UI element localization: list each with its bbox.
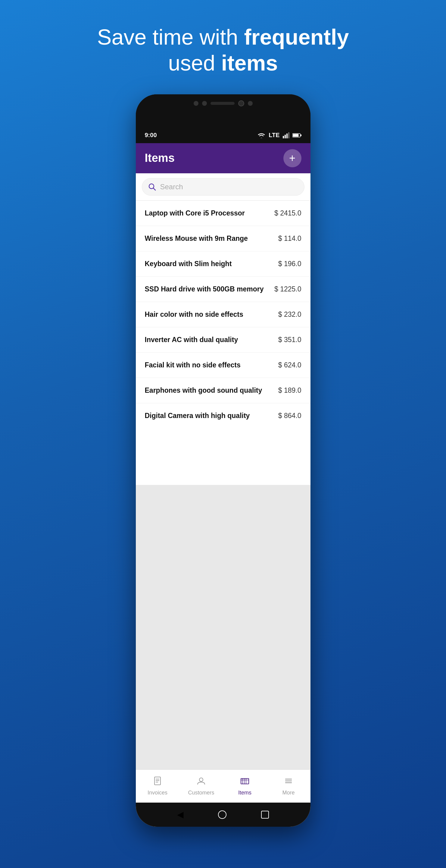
search-icon: [148, 183, 156, 191]
items-nav-label: Items: [238, 789, 251, 796]
item-name: Digital Camera with high quality: [145, 412, 278, 420]
item-price: $ 624.0: [278, 361, 302, 369]
status-bar: 9:00 LTE: [136, 127, 310, 143]
phone-camera-area: [194, 100, 253, 106]
hero-text: Save time with frequently used items: [97, 24, 349, 76]
phone-device: 9:00 LTE: [136, 94, 310, 827]
bottom-navigation: Invoices Customers Items More: [136, 770, 310, 803]
customers-nav-icon: [196, 776, 206, 788]
item-price: $ 864.0: [278, 412, 302, 420]
item-name: Inverter AC with dual quality: [145, 336, 278, 344]
items-list: Laptop with Core i5 Processor $ 2415.0 W…: [136, 201, 310, 485]
add-item-button[interactable]: +: [283, 149, 302, 167]
svg-rect-6: [301, 134, 302, 136]
camera-dot-1: [194, 101, 199, 106]
nav-item-items[interactable]: Items: [223, 770, 267, 803]
list-item[interactable]: Laptop with Core i5 Processor $ 2415.0: [136, 201, 310, 226]
svg-rect-0: [283, 136, 284, 138]
hero-line2-normal: used: [168, 51, 221, 75]
invoices-nav-label: Invoices: [147, 789, 167, 796]
app-title: Items: [145, 152, 175, 164]
selfie-camera: [238, 100, 244, 106]
item-price: $ 1225.0: [274, 285, 302, 293]
svg-line-8: [153, 188, 156, 190]
nav-item-customers[interactable]: Customers: [179, 770, 223, 803]
hero-line1-bold: frequently: [244, 25, 349, 49]
wifi-icon: [257, 132, 266, 138]
list-item[interactable]: Facial kit with no side effects $ 624.0: [136, 352, 310, 378]
search-box[interactable]: Search: [142, 178, 305, 195]
more-nav-label: More: [282, 789, 295, 796]
item-price: $ 189.0: [278, 386, 302, 395]
list-item[interactable]: Keyboard with Slim height $ 196.0: [136, 251, 310, 277]
svg-rect-5: [293, 134, 299, 136]
app-header: Items +: [136, 143, 310, 173]
speaker-grille: [210, 102, 235, 105]
item-price: $ 114.0: [278, 235, 302, 243]
signal-icon: [283, 132, 289, 138]
list-item[interactable]: Earphones with good sound quality $ 189.…: [136, 378, 310, 403]
item-name: Wireless Mouse with 9m Range: [145, 235, 278, 243]
list-item[interactable]: Inverter AC with dual quality $ 351.0: [136, 327, 310, 352]
item-name: Earphones with good sound quality: [145, 386, 278, 395]
svg-rect-1: [284, 135, 286, 138]
gray-spacer: [136, 485, 310, 770]
svg-rect-2: [286, 133, 287, 138]
svg-rect-14: [241, 778, 249, 784]
item-name: Keyboard with Slim height: [145, 260, 278, 268]
list-item[interactable]: Digital Camera with high quality $ 864.0: [136, 403, 310, 428]
item-name: Hair color with no side effects: [145, 310, 278, 318]
invoices-nav-icon: [153, 776, 162, 788]
lte-label: LTE: [269, 132, 279, 138]
customers-nav-label: Customers: [188, 789, 214, 796]
item-price: $ 351.0: [278, 336, 302, 344]
camera-dot-3: [248, 101, 253, 106]
nav-item-invoices[interactable]: Invoices: [136, 770, 179, 803]
search-placeholder: Search: [160, 183, 183, 191]
hero-line1-normal: Save time with: [97, 25, 244, 49]
item-name: Laptop with Core i5 Processor: [145, 209, 274, 217]
phone-screen: 9:00 LTE: [136, 127, 310, 827]
battery-icon: [293, 133, 302, 138]
time-display: 9:00: [145, 132, 157, 138]
item-price: $ 2415.0: [274, 209, 302, 217]
item-name: SSD Hard drive with 500GB memory: [145, 285, 274, 293]
svg-point-13: [199, 778, 203, 781]
android-nav-bar: ◀: [136, 803, 310, 827]
more-nav-icon: [284, 776, 293, 788]
home-button[interactable]: [218, 810, 227, 819]
item-name: Facial kit with no side effects: [145, 361, 278, 369]
item-price: $ 232.0: [278, 310, 302, 318]
camera-dot-2: [202, 101, 207, 106]
status-icons: LTE: [257, 132, 301, 138]
hero-line2-bold: items: [221, 51, 278, 75]
list-item[interactable]: SSD Hard drive with 500GB memory $ 1225.…: [136, 277, 310, 302]
phone-top-notch: [136, 94, 310, 127]
search-container: Search: [136, 173, 310, 201]
items-nav-icon: [240, 776, 250, 788]
list-item[interactable]: Hair color with no side effects $ 232.0: [136, 302, 310, 327]
nav-item-more[interactable]: More: [267, 770, 310, 803]
recents-button[interactable]: [261, 811, 269, 818]
list-item[interactable]: Wireless Mouse with 9m Range $ 114.0: [136, 226, 310, 251]
item-price: $ 196.0: [278, 260, 302, 268]
svg-rect-3: [288, 132, 289, 138]
back-button[interactable]: ◀: [177, 809, 184, 819]
